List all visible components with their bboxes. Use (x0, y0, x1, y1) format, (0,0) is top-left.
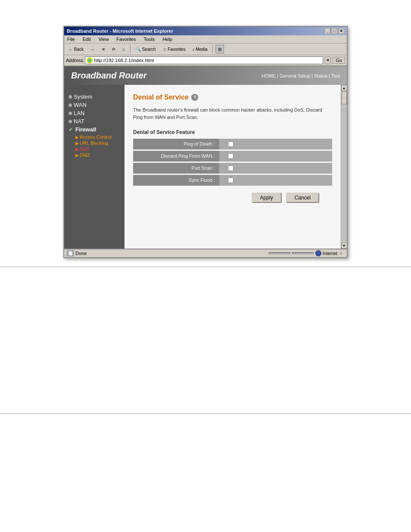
system-bullet (68, 95, 72, 99)
minimize-button[interactable]: _ (324, 28, 330, 34)
forward-button[interactable]: → (88, 46, 97, 53)
ping-of-death-label: Ping of Death : (133, 139, 219, 149)
ping-of-death-value (219, 139, 332, 149)
home-button[interactable]: ⌂ (120, 46, 128, 53)
title-bar: Broadband Router - Microsoft Internet Ex… (64, 27, 347, 35)
sidebar-item-firewall[interactable]: ✓ Firewall (68, 126, 120, 133)
go-button[interactable]: Go (333, 57, 345, 64)
system-label: System (74, 93, 92, 100)
feature-row-port-scan: Port Scan : (133, 163, 332, 174)
page-title-row: Denial of Service ? (133, 93, 332, 101)
dos-label: DoS (80, 146, 89, 152)
status-left: 📄 Done (67, 250, 87, 256)
divider-1 (0, 267, 411, 267)
menu-bar: File Edit View Favorites Tools Help (64, 35, 347, 44)
sidebar-item-dos[interactable]: ▶ DoS (75, 146, 120, 152)
status-page-icon: 📄 (67, 250, 74, 256)
port-scan-value (219, 163, 332, 174)
menu-file[interactable]: File (66, 36, 76, 42)
sidebar-item-wan[interactable]: WAN (68, 102, 120, 108)
feature-row-discard-ping: Discard Ping From WAN : (133, 151, 332, 162)
close-button[interactable]: ✕ (338, 28, 344, 34)
search-button[interactable]: 🔍 Search (133, 46, 158, 53)
stop-button[interactable]: ✕ (99, 46, 108, 53)
lan-label: LAN (74, 110, 84, 116)
page-content: Broadband Router HOME | General Setup | … (64, 66, 347, 257)
menu-view[interactable]: View (97, 36, 110, 42)
cancel-button[interactable]: Cancel (286, 193, 319, 203)
sidebar-item-system[interactable]: System (68, 93, 120, 100)
sidebar-item-access-control[interactable]: ▶ Access Control (75, 134, 120, 140)
sync-flood-label: Sync Flood : (133, 175, 219, 186)
internet-label: Internet (323, 251, 337, 256)
page-title: Denial of Service (133, 93, 189, 101)
divider-2 (0, 414, 411, 414)
favorites-button[interactable]: ☆ Favorites (160, 46, 188, 53)
resize-grip[interactable]: ⊿ (339, 251, 344, 256)
help-icon[interactable]: ? (191, 94, 198, 101)
status-panel-2 (292, 252, 314, 254)
menu-edit[interactable]: Edit (81, 36, 92, 42)
port-scan-label: Port Scan : (133, 163, 219, 174)
sidebar-item-nat[interactable]: NAT (68, 118, 120, 124)
lan-bullet (68, 112, 72, 115)
discard-ping-value (219, 151, 332, 162)
sidebar-item-lan[interactable]: LAN (68, 110, 120, 116)
firewall-label: Firewall (75, 126, 96, 133)
router-header: Broadband Router HOME | General Setup | … (64, 66, 347, 85)
nav-general-setup[interactable]: General Setup (280, 73, 310, 78)
status-right: Internet ⊿ (269, 250, 344, 256)
feature-row-ping-of-death: Ping of Death : (133, 139, 332, 149)
sidebar-submenu: ▶ Access Control ▶ URL Blocking ▶ DoS ▶ … (68, 134, 120, 158)
dmz-arrow: ▶ (75, 153, 79, 158)
address-dropdown[interactable]: ▼ (325, 56, 331, 64)
port-scan-checkbox[interactable] (228, 165, 234, 171)
maximize-button[interactable]: □ (331, 28, 337, 34)
toolbar-extra-icons: ⊞ (215, 45, 224, 53)
status-text: Done (75, 251, 87, 256)
discard-ping-checkbox[interactable] (228, 153, 234, 159)
wan-label: WAN (74, 102, 87, 108)
access-control-arrow: ▶ (75, 135, 79, 140)
refresh-button[interactable]: ⟳ (109, 46, 118, 53)
main-layout: System WAN LAN NAT ✓ Firewall (64, 85, 347, 249)
media-button[interactable]: ♪ Media (190, 46, 210, 53)
nav-home[interactable]: HOME (262, 73, 276, 78)
ping-of-death-checkbox[interactable] (228, 141, 234, 147)
sidebar-item-url-blocking[interactable]: ▶ URL Blocking (75, 140, 120, 146)
router-brand: Broadband Router (71, 71, 147, 81)
dmz-label: DMZ (80, 152, 90, 158)
nav-status[interactable]: Status (314, 73, 327, 78)
status-panel-1 (269, 252, 290, 254)
scroll-track (342, 91, 347, 242)
sidebar-item-dmz[interactable]: ▶ DMZ (75, 152, 120, 158)
bottom-space (0, 276, 411, 405)
back-button[interactable]: ← Back (66, 46, 86, 53)
sync-flood-checkbox[interactable] (228, 177, 234, 183)
address-label: Address (66, 58, 83, 63)
toolbar: ← Back → ✕ ⟳ ⌂ 🔍 Search ☆ Favorites ♪ Me… (64, 44, 347, 55)
scrollbar[interactable]: ▲ ▼ (341, 85, 347, 249)
menu-tools[interactable]: Tools (143, 36, 156, 42)
scroll-down-arrow[interactable]: ▼ (341, 243, 347, 249)
toolbar-separator (130, 45, 131, 53)
apply-button[interactable]: Apply (252, 193, 282, 203)
discard-ping-label: Discard Ping From WAN : (133, 151, 219, 162)
scroll-thumb[interactable] (342, 91, 347, 104)
scroll-up-arrow[interactable]: ▲ (341, 85, 347, 91)
access-control-label: Access Control (80, 134, 112, 140)
button-row: Apply Cancel (133, 193, 319, 203)
address-input-wrap: 🌐 (85, 56, 323, 64)
content-area: Denial of Service ? The Broadband router… (125, 85, 341, 249)
menu-help[interactable]: Help (161, 36, 174, 42)
feature-row-sync-flood: Sync Flood : (133, 175, 332, 186)
status-bar: 📄 Done Internet ⊿ (64, 249, 347, 257)
menu-favorites[interactable]: Favorites (115, 36, 137, 42)
nat-label: NAT (74, 118, 84, 124)
toolbar-separator-2 (212, 45, 213, 53)
address-icon: 🌐 (87, 57, 93, 63)
address-input[interactable] (94, 58, 321, 63)
nav-tool[interactable]: Tool (331, 73, 340, 78)
sync-flood-value (219, 175, 332, 186)
router-nav: HOME | General Setup | Status | Tool (262, 73, 340, 78)
